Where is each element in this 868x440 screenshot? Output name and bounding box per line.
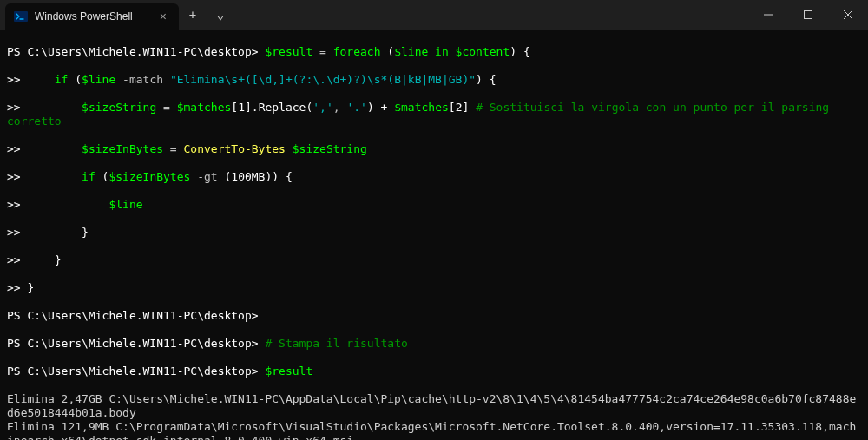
prompt-line: PS C:\Users\Michele.WIN11-PC\desktop> # … xyxy=(7,337,861,351)
code-line: >> $line xyxy=(7,198,861,212)
code-line: >> if ($line -match "Elimina\s+([\d,]+(?… xyxy=(7,73,861,87)
prompt-line: PS C:\Users\Michele.WIN11-PC\desktop> $r… xyxy=(7,364,861,378)
code-line: PS C:\Users\Michele.WIN11-PC\desktop> $r… xyxy=(7,45,861,59)
titlebar: Windows PowerShell × + ⌄ xyxy=(0,0,868,30)
code-line: >> } xyxy=(7,253,861,267)
code-line: >> if ($sizeInBytes -gt (100MB)) { xyxy=(7,170,861,184)
code-line: >> } xyxy=(7,226,861,240)
prompt-line: PS C:\Users\Michele.WIN11-PC\desktop> xyxy=(7,309,861,323)
code-line: >> $sizeInBytes = ConvertTo-Bytes $sizeS… xyxy=(7,142,861,156)
window-controls xyxy=(748,0,868,30)
close-tab-icon[interactable]: × xyxy=(156,10,170,23)
tab-dropdown-button[interactable]: ⌄ xyxy=(207,0,234,30)
close-window-button[interactable] xyxy=(828,0,868,30)
output-line: Elimina 2,47GB C:\Users\Michele.WIN11-PC… xyxy=(7,392,861,420)
terminal-body[interactable]: PS C:\Users\Michele.WIN11-PC\desktop> $r… xyxy=(0,30,868,440)
powershell-icon xyxy=(14,10,28,23)
tab-label: Windows PowerShell xyxy=(35,10,133,23)
maximize-button[interactable] xyxy=(788,0,828,30)
tab-powershell[interactable]: Windows PowerShell × xyxy=(5,3,179,30)
output-line: Elimina 121,9MB C:\ProgramData\Microsoft… xyxy=(7,420,861,440)
new-tab-button[interactable]: + xyxy=(179,0,207,30)
svg-rect-0 xyxy=(14,11,28,22)
code-line: >> $sizeString = $matches[1].Replace(','… xyxy=(7,101,861,128)
code-line: >> } xyxy=(7,281,861,295)
svg-rect-2 xyxy=(805,11,812,19)
minimize-button[interactable] xyxy=(748,0,788,30)
